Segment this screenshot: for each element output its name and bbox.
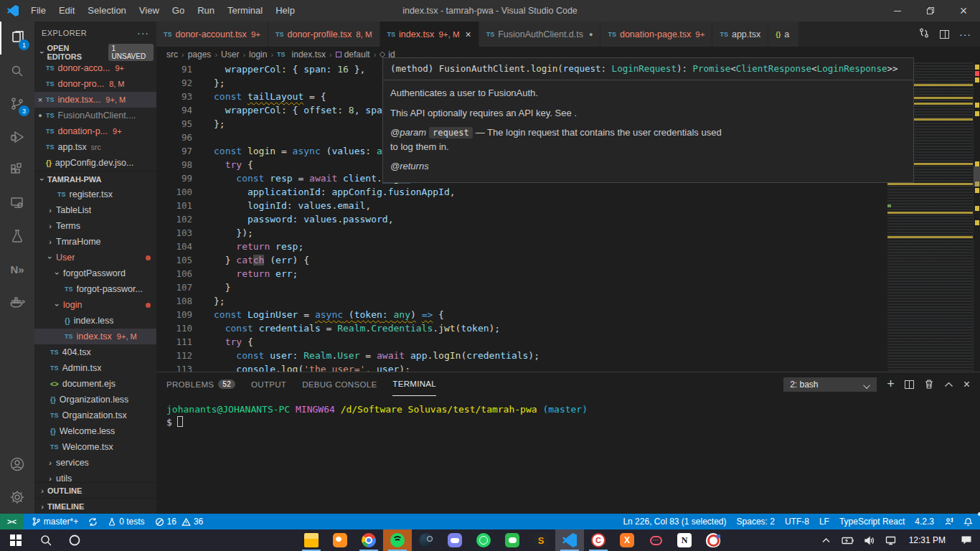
maximize-panel-icon[interactable] [944,381,953,387]
source-control-icon[interactable]: 3 [0,88,34,121]
taskbar-app-steam[interactable] [412,529,440,551]
taskbar-app-discord[interactable] [440,529,469,551]
feedback-icon[interactable] [939,514,958,529]
code-line-112[interactable]: 112 const user: Realm.User = await app.l… [156,349,980,362]
tree-item-user[interactable]: ›User [34,250,156,265]
menu-file[interactable]: File [24,0,52,22]
search-icon[interactable] [0,55,34,88]
account-icon[interactable] [0,448,34,481]
terminal-output[interactable]: johanants@JOHANANTS-PC MINGW64 /d/Softwa… [156,396,980,429]
taskbar-search-icon[interactable] [32,529,60,551]
tree-item-index-tsx[interactable]: TSindex.tsx9+, M [34,329,156,344]
taskbar-app-whatsapp[interactable] [469,529,498,551]
breadcrumb-default[interactable]: default [336,50,370,60]
taskbar-app-sublime[interactable] [527,529,555,551]
close-tab-icon[interactable]: × [465,29,471,40]
menu-terminal[interactable]: Terminal [221,0,269,22]
menu-selection[interactable]: Selection [81,0,132,22]
tree-item-tmrahome[interactable]: ›TmraHome [34,234,156,250]
tray-chevron-icon[interactable] [816,529,837,551]
notebook-extension-icon[interactable]: N» [0,253,34,286]
code-line-100[interactable]: 100 applicationId: appConfig.fusionAppId… [156,185,980,199]
kill-terminal-icon[interactable] [924,379,934,390]
new-terminal-icon[interactable]: + [887,377,895,392]
tree-item-organization-less[interactable]: {}Organization.less [34,392,156,408]
ts-version[interactable]: 4.2.3 [910,514,939,529]
minimize-button[interactable] [881,0,914,22]
taskbar-app-xampp[interactable] [613,529,641,551]
panel-tab-terminal[interactable]: TERMINAL [392,372,436,396]
taskbar-app-notion[interactable] [670,529,699,551]
split-terminal-icon[interactable] [905,380,914,389]
taskbar-clock[interactable]: 12:31 PM [902,535,953,545]
outline-section[interactable]: ›OUTLINE [34,482,156,498]
code-line-107[interactable]: 107 } [156,281,980,294]
open-editor-app-tsx[interactable]: TSapp.tsxsrc [34,139,156,155]
code-line-111[interactable]: 111 try { [156,335,980,349]
cursor-position[interactable]: Ln 226, Col 83 (1 selected) [618,514,731,529]
cortana-icon[interactable] [60,529,89,551]
tree-item-404-tsx[interactable]: TS404.tsx [34,344,156,360]
close-panel-icon[interactable]: × [963,378,970,391]
taskbar-app-snail[interactable] [699,529,727,551]
breadcrumb-user[interactable]: User [221,50,239,60]
eol-sequence[interactable]: LF [814,514,834,529]
tree-item-index-less[interactable]: {}index.less [34,313,156,329]
open-editor-appconfig-dev-jso[interactable]: {}appConfig.dev.jso... [34,155,156,171]
code-line-108[interactable]: 108}; [156,294,980,308]
taskbar-app-file-explorer[interactable] [297,529,326,551]
open-changes-icon[interactable] [918,27,930,42]
scrollbar-slider[interactable] [974,166,980,187]
breadcrumb-pages[interactable]: pages [188,50,212,60]
battery-icon[interactable] [837,529,859,551]
tree-item-login[interactable]: ›login [34,297,156,313]
code-line-110[interactable]: 110 const credentials = Realm.Credential… [156,321,980,335]
code-line-103[interactable]: 103 }); [156,226,980,240]
menu-view[interactable]: View [133,0,166,22]
open-editor-donation-p[interactable]: TSdonation-p...9+ [34,123,156,139]
taskbar-app-chrome[interactable] [354,529,383,551]
taskbar-app-corel[interactable] [584,529,613,551]
volume-icon[interactable] [859,529,880,551]
menu-edit[interactable]: Edit [52,0,81,22]
editor-tab-app-tsx[interactable]: TSapp.tsx [712,22,768,47]
open-editors-section[interactable]: › OPEN EDITORS 1 UNSAVED [34,44,156,60]
extensions-icon[interactable] [0,154,34,187]
panel-tab-output[interactable]: OUTPUT [251,372,286,396]
git-branch-status[interactable]: master*+ [27,514,83,529]
tree-item-register-tsx[interactable]: TSregister.tsx [34,187,156,202]
tree-item-welcome-tsx[interactable]: TSWelcome.tsx [34,439,156,455]
tests-status[interactable]: 0 tests [103,514,149,529]
start-button[interactable] [0,529,32,551]
code-line-106[interactable]: 106 return err; [156,267,980,281]
network-icon[interactable] [880,529,902,551]
taskbar-app-green-chat[interactable] [498,529,527,551]
panel-tab-problems[interactable]: PROBLEMS52 [166,372,235,396]
editor-tab-index-tsx[interactable]: TSindex.tsx9+, M× [380,22,479,47]
editor-more-actions-icon[interactable]: ··· [959,29,971,40]
code-line-104[interactable]: 104 return resp; [156,240,980,253]
panel-tab-debug-console[interactable]: DEBUG CONSOLE [302,372,377,396]
project-section[interactable]: › TAMRAH-PWA [34,171,156,187]
open-editor-donor-acco[interactable]: TSdonor-acco...9+ [34,60,156,76]
docker-icon[interactable] [0,286,34,319]
taskbar-app-pink-chat[interactable] [641,529,670,551]
terminal-shell-select[interactable]: 2: bash [783,377,877,392]
tree-item-organization-tsx[interactable]: TSOrganization.tsx [34,408,156,423]
explorer-icon[interactable]: 1 [0,22,34,55]
action-center-icon[interactable] [953,535,980,545]
run-debug-icon[interactable] [0,121,34,154]
restore-button[interactable] [914,0,947,22]
tree-item-utils[interactable]: ›utils [34,471,156,482]
open-editor-fusionauthclient[interactable]: ●TSFusionAuthClient.... [34,108,156,123]
tree-item-document-ejs[interactable]: <>document.ejs [34,376,156,392]
taskbar-app-vscode[interactable] [555,529,584,551]
tree-item-forgotpassword[interactable]: ›forgotPassword [34,265,156,281]
editor-tab-fusionauthclient-d-ts[interactable]: TSFusionAuthClient.d.ts● [479,22,601,47]
close-button[interactable]: × [947,0,980,22]
editor-tab-donor-profile-tsx[interactable]: TSdonor-profile.tsx8, M [268,22,380,47]
menu-run[interactable]: Run [191,0,221,22]
code-line-109[interactable]: 109const LoginUser = async (token: any) … [156,308,980,321]
tree-item-tablelist[interactable]: ›TableList [34,202,156,218]
notifications-bell-icon[interactable] [958,514,980,529]
